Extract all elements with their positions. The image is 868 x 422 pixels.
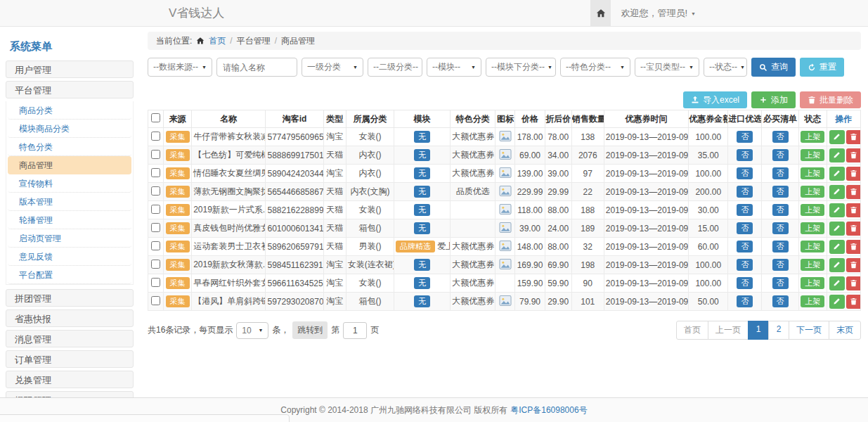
filter-module-subcategory-select[interactable]: --模块下分类--▼ [486, 58, 556, 77]
must-buy-toggle-badge[interactable]: 否 [772, 149, 789, 161]
import-toggle-badge[interactable]: 否 [737, 259, 753, 271]
status-badge[interactable]: 上架 [801, 167, 824, 179]
import-toggle-badge[interactable]: 否 [737, 149, 753, 161]
page-button-2[interactable]: 2 [768, 321, 789, 340]
edit-button[interactable] [829, 240, 845, 254]
icp-link[interactable]: 粤ICP备16098006号 [510, 404, 587, 416]
sidebar-item-特色分类[interactable]: 特色分类 [8, 138, 131, 156]
status-badge[interactable]: 上架 [801, 259, 824, 271]
sidebar-item-商品分类[interactable]: 商品分类 [8, 101, 131, 120]
row-checkbox[interactable] [151, 168, 160, 177]
edit-button[interactable] [829, 295, 845, 309]
edit-button[interactable] [829, 148, 845, 162]
edit-button[interactable] [829, 167, 845, 181]
filter-name-input[interactable] [216, 58, 297, 77]
must-buy-toggle-badge[interactable]: 否 [772, 131, 789, 143]
status-badge[interactable]: 上架 [801, 277, 824, 289]
edit-button[interactable] [829, 185, 845, 199]
delete-button[interactable] [846, 148, 861, 162]
sidebar-item-轮播管理[interactable]: 轮播管理 [8, 211, 131, 229]
status-badge[interactable]: 上架 [801, 131, 824, 143]
filter-primary-category-select[interactable]: 一级分类▼ [302, 58, 363, 77]
sidebar-section-用户管理[interactable]: 用户管理 [6, 60, 134, 78]
sidebar-section-消息管理[interactable]: 消息管理 [6, 330, 134, 347]
sidebar-section-兑换管理[interactable]: 兑换管理 [6, 371, 134, 388]
import-excel-button[interactable]: 导入excel [683, 91, 747, 108]
sidebar-item-宣传物料[interactable]: 宣传物料 [8, 174, 131, 193]
must-buy-toggle-badge[interactable]: 否 [772, 186, 789, 198]
sidebar-section-平台管理[interactable]: 平台管理 [6, 81, 134, 98]
filter-item-type-select[interactable]: --宝贝类型--▼ [635, 58, 699, 77]
edit-button[interactable] [829, 203, 845, 217]
edit-button[interactable] [829, 258, 845, 272]
import-toggle-badge[interactable]: 否 [737, 295, 753, 307]
edit-button[interactable] [829, 222, 845, 236]
status-badge[interactable]: 上架 [801, 295, 824, 307]
filter-module-select[interactable]: --模块--▼ [427, 58, 481, 77]
row-checkbox[interactable] [151, 205, 160, 214]
delete-button[interactable] [846, 258, 861, 272]
jump-button[interactable]: 跳转到 [292, 321, 328, 339]
search-button[interactable]: 查询 [751, 58, 796, 77]
breadcrumb-home-link[interactable]: 首页 [209, 32, 226, 50]
import-toggle-badge[interactable]: 否 [737, 204, 753, 216]
row-checkbox[interactable] [151, 296, 160, 305]
must-buy-toggle-badge[interactable]: 否 [772, 241, 789, 252]
delete-button[interactable] [846, 185, 861, 199]
delete-button[interactable] [846, 295, 861, 309]
edit-button[interactable] [829, 276, 845, 290]
row-checkbox[interactable] [151, 132, 160, 141]
sidebar-item-模块商品分类[interactable]: 模块商品分类 [8, 120, 131, 138]
sidebar-section-省惠快报[interactable]: 省惠快报 [6, 309, 134, 327]
filter-feature-category-select[interactable]: --特色分类--▼ [560, 58, 630, 77]
must-buy-toggle-badge[interactable]: 否 [772, 295, 789, 307]
sidebar-section-订单管理[interactable]: 订单管理 [6, 350, 134, 368]
import-toggle-badge[interactable]: 否 [737, 167, 753, 179]
page-button-末页[interactable]: 末页 [829, 321, 861, 340]
sidebar-section-拼团管理[interactable]: 拼团管理 [6, 289, 134, 307]
status-badge[interactable]: 上架 [801, 149, 824, 161]
row-checkbox[interactable] [151, 223, 160, 232]
import-toggle-badge[interactable]: 否 [737, 186, 753, 198]
status-badge[interactable]: 上架 [801, 204, 824, 216]
add-button[interactable]: 添加 [751, 91, 796, 108]
must-buy-toggle-badge[interactable]: 否 [772, 167, 789, 179]
sidebar-item-版本管理[interactable]: 版本管理 [8, 193, 131, 211]
page-size-select[interactable]: 10 ▼ [236, 322, 268, 339]
import-toggle-badge[interactable]: 否 [737, 277, 753, 289]
sidebar-item-商品管理[interactable]: 商品管理 [8, 156, 131, 174]
must-buy-toggle-badge[interactable]: 否 [772, 204, 789, 216]
select-all-checkbox[interactable] [151, 113, 160, 122]
filter-secondary-category-select[interactable]: --二级分类--▼ [368, 58, 422, 77]
user-menu[interactable]: 欢迎您，管理员! ▼ [611, 0, 696, 27]
sidebar-item-平台配置[interactable]: 平台配置 [8, 266, 131, 284]
import-toggle-badge[interactable]: 否 [737, 241, 753, 252]
sidebar-item-意见反馈[interactable]: 意见反馈 [8, 248, 131, 266]
batch-delete-button[interactable]: 批量删除 [800, 91, 861, 108]
must-buy-toggle-badge[interactable]: 否 [772, 222, 789, 234]
page-button-1[interactable]: 1 [748, 321, 769, 340]
delete-button[interactable] [846, 276, 861, 290]
jump-page-input[interactable] [343, 322, 367, 339]
must-buy-toggle-badge[interactable]: 否 [772, 259, 789, 271]
row-checkbox[interactable] [151, 278, 160, 287]
filter-data-source-select[interactable]: --数据来源--▼ [148, 58, 212, 77]
reset-button[interactable]: 重置 [800, 58, 844, 77]
delete-button[interactable] [846, 203, 861, 217]
import-toggle-badge[interactable]: 否 [737, 222, 753, 234]
delete-button[interactable] [846, 222, 861, 236]
row-checkbox[interactable] [151, 260, 160, 269]
import-toggle-badge[interactable]: 否 [737, 131, 753, 143]
page-button-下一页[interactable]: 下一页 [789, 321, 829, 340]
delete-button[interactable] [846, 130, 861, 144]
status-badge[interactable]: 上架 [801, 222, 824, 234]
status-badge[interactable]: 上架 [801, 186, 824, 198]
filter-status-select[interactable]: --状态--▼ [704, 58, 747, 77]
sidebar-item-启动页管理[interactable]: 启动页管理 [8, 229, 131, 248]
row-checkbox[interactable] [151, 241, 160, 250]
must-buy-toggle-badge[interactable]: 否 [772, 277, 789, 289]
row-checkbox[interactable] [151, 150, 160, 159]
edit-button[interactable] [829, 130, 845, 144]
home-button[interactable] [590, 0, 611, 27]
delete-button[interactable] [846, 240, 861, 254]
